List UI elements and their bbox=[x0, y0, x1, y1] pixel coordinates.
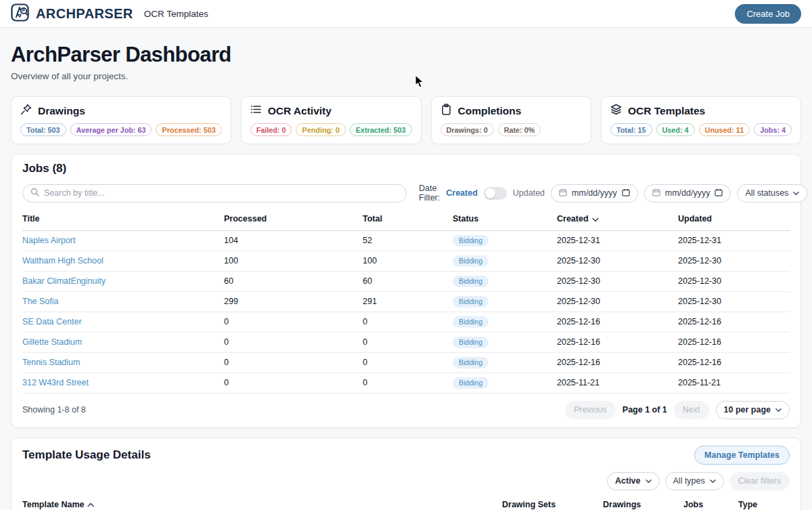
col-header-jobs[interactable]: Jobs bbox=[683, 497, 738, 510]
job-title-link[interactable]: Tennis Stadium bbox=[22, 358, 80, 367]
col-header-status[interactable]: Status bbox=[453, 211, 557, 230]
sort-chevron-up-icon bbox=[87, 500, 94, 509]
job-title-link[interactable]: The Sofia bbox=[22, 297, 59, 306]
svg-text:P: P bbox=[22, 8, 26, 13]
job-updated: 2025-12-30 bbox=[678, 251, 790, 271]
calendar-picker-icon[interactable] bbox=[715, 188, 723, 198]
table-row: Gillette Stadium 0 0 Bidding 2025-12-16 … bbox=[22, 332, 790, 352]
calendar-icon bbox=[559, 188, 567, 198]
jobs-search[interactable] bbox=[22, 184, 407, 203]
job-title-link[interactable]: Gillette Stadium bbox=[22, 337, 82, 347]
calendar-icon bbox=[652, 188, 660, 198]
job-processed: 0 bbox=[224, 332, 363, 352]
stat-card-drawings: Drawings Total: 503 Average per Job: 63 … bbox=[11, 96, 231, 144]
type-filter-dropdown[interactable]: All types bbox=[665, 472, 724, 490]
create-job-button[interactable]: Create Job bbox=[735, 4, 801, 24]
stat-badge: Unused: 11 bbox=[699, 123, 750, 136]
job-created: 2025-12-30 bbox=[557, 271, 678, 291]
stat-badge: Drawings: 0 bbox=[441, 123, 494, 136]
status-filter-dropdown[interactable]: All statuses bbox=[737, 184, 807, 203]
per-page-dropdown[interactable]: 10 per page bbox=[716, 401, 790, 419]
header-page-label: OCR Templates bbox=[144, 9, 208, 19]
job-title-link[interactable]: SE Data Center bbox=[22, 317, 82, 326]
table-row: The Sofia 299 291 Bidding 2025-12-30 202… bbox=[22, 291, 790, 312]
calendar-picker-icon[interactable] bbox=[622, 188, 630, 198]
stat-card-ocr-templates: OCR Templates Total: 15 Used: 4 Unused: … bbox=[601, 96, 801, 144]
date-to-value: mm/dd/yyyy bbox=[665, 188, 710, 198]
col-header-total[interactable]: Total bbox=[363, 211, 453, 230]
table-row: 312 W43rd Street 0 0 Bidding 2025-11-21 … bbox=[22, 373, 790, 393]
status-badge: Bidding bbox=[453, 377, 489, 389]
col-header-template-name[interactable]: Template Name bbox=[22, 497, 502, 510]
status-badge: Bidding bbox=[453, 337, 489, 348]
job-processed: 299 bbox=[224, 291, 363, 312]
col-header-updated[interactable]: Updated bbox=[678, 211, 790, 230]
job-title-link[interactable]: Naples Airport bbox=[22, 236, 76, 245]
stat-card-title: Completions bbox=[458, 105, 522, 117]
col-header-processed[interactable]: Processed bbox=[224, 211, 363, 230]
date-to-input[interactable]: mm/dd/yyyy bbox=[644, 184, 731, 203]
date-from-value: mm/dd/yyyy bbox=[572, 188, 617, 198]
status-filter-value: All statuses bbox=[745, 188, 788, 198]
brand-name: ARCHPARSER bbox=[36, 6, 133, 22]
template-clear-filters-button[interactable]: Clear filters bbox=[729, 472, 790, 490]
job-title-link[interactable]: Bakar ClimatEnginuity bbox=[22, 276, 106, 286]
status-badge: Bidding bbox=[453, 316, 489, 328]
job-created: 2025-11-21 bbox=[557, 373, 678, 393]
jobs-panel: Jobs (8) Date Filter: Created Updated bbox=[11, 154, 801, 428]
status-badge: Bidding bbox=[453, 276, 489, 287]
previous-page-button[interactable]: Previous bbox=[565, 401, 616, 419]
chevron-down-icon bbox=[646, 476, 652, 486]
col-header-drawing-sets[interactable]: Drawing Sets bbox=[502, 497, 603, 510]
job-total: 52 bbox=[363, 230, 453, 251]
job-processed: 0 bbox=[224, 312, 363, 332]
job-total: 60 bbox=[363, 271, 453, 291]
job-total: 100 bbox=[363, 251, 453, 271]
date-from-input[interactable]: mm/dd/yyyy bbox=[551, 184, 638, 203]
job-updated: 2025-12-16 bbox=[678, 312, 790, 332]
col-header-created[interactable]: Created bbox=[557, 211, 678, 230]
stat-badge: Average per Job: 63 bbox=[70, 123, 152, 136]
jobs-title: Jobs (8) bbox=[22, 162, 790, 175]
job-total: 0 bbox=[363, 332, 453, 352]
date-filter-created-label[interactable]: Created bbox=[446, 188, 478, 198]
search-icon bbox=[30, 187, 39, 199]
date-filter-label: Date Filter: bbox=[419, 184, 440, 203]
job-total: 0 bbox=[363, 312, 453, 332]
status-badge: Bidding bbox=[453, 357, 489, 368]
stat-badge: Jobs: 4 bbox=[754, 123, 792, 136]
table-row: SE Data Center 0 0 Bidding 2025-12-16 20… bbox=[22, 312, 790, 332]
table-row: Naples Airport 104 52 Bidding 2025-12-31… bbox=[22, 230, 790, 251]
layers-icon bbox=[610, 104, 622, 118]
job-total: 0 bbox=[363, 373, 453, 393]
stat-badge: Failed: 0 bbox=[250, 123, 292, 136]
job-updated: 2025-12-30 bbox=[678, 291, 790, 312]
job-title-link[interactable]: 312 W43rd Street bbox=[22, 378, 89, 387]
created-updated-toggle[interactable] bbox=[484, 187, 507, 200]
archparser-logo-icon: P bbox=[11, 3, 31, 24]
stat-card-title: OCR Activity bbox=[268, 105, 332, 117]
job-total: 291 bbox=[363, 291, 453, 312]
job-updated: 2025-12-31 bbox=[678, 230, 790, 251]
col-header-title[interactable]: Title bbox=[22, 211, 224, 230]
template-usage-panel: Template Usage Details Manage Templates … bbox=[11, 438, 801, 510]
list-icon bbox=[250, 104, 262, 118]
job-title-link[interactable]: Waltham High School bbox=[22, 256, 104, 265]
next-page-button[interactable]: Next bbox=[674, 401, 709, 419]
job-created: 2025-12-30 bbox=[557, 251, 678, 271]
status-badge: Bidding bbox=[453, 235, 489, 247]
active-filter-dropdown[interactable]: Active bbox=[607, 472, 660, 490]
table-row: Bakar ClimatEnginuity 60 60 Bidding 2025… bbox=[22, 271, 790, 291]
job-updated: 2025-12-16 bbox=[678, 332, 790, 352]
stat-cards-row: Drawings Total: 503 Average per Job: 63 … bbox=[11, 96, 801, 144]
job-created: 2025-12-16 bbox=[557, 312, 678, 332]
search-input[interactable] bbox=[44, 188, 399, 198]
col-header-drawings[interactable]: Drawings bbox=[603, 497, 683, 510]
manage-templates-button[interactable]: Manage Templates bbox=[694, 446, 790, 465]
col-header-type[interactable]: Type bbox=[738, 497, 790, 510]
date-filter-updated-label[interactable]: Updated bbox=[513, 188, 545, 198]
stat-badge: Pending: 0 bbox=[296, 123, 345, 136]
stat-card-title: Drawings bbox=[38, 105, 85, 117]
job-processed: 60 bbox=[224, 271, 363, 291]
job-total: 0 bbox=[363, 352, 453, 373]
